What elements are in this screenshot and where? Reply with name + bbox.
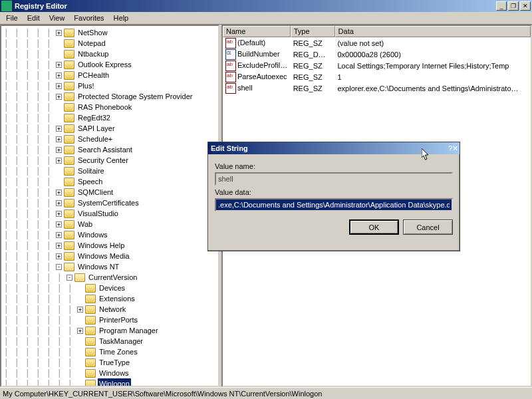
dialog-title-bar[interactable]: Edit String ? ✕ [208,142,460,154]
tree-node[interactable]: │││││+Plus! [1,80,218,91]
expand-icon[interactable]: + [56,72,62,78]
column-header[interactable]: Name [223,26,291,37]
tree-node[interactable]: │││││+SQMClient [1,187,218,198]
menu-view[interactable]: View [45,13,70,23]
dialog-close-button[interactable]: ✕ [452,144,458,153]
tree-node[interactable]: │││││-Windows NT [1,261,218,272]
expand-icon[interactable]: + [56,30,62,36]
tree-node[interactable]: │││││+SystemCertificates [1,198,218,208]
expand-icon[interactable]: + [56,221,62,227]
tree-label: Notepad [76,38,107,49]
tree-label: SQMClient [76,187,114,198]
value-name-field[interactable] [215,172,453,186]
tree-label: Program Manager [98,325,160,336]
tree-label: Security Center [76,155,130,166]
expand-icon[interactable]: + [77,307,83,313]
value-data-field[interactable] [215,198,453,211]
expand-icon[interactable]: - [66,275,72,281]
ok-button[interactable]: OK [349,219,399,235]
list-row[interactable]: shellREG_SZexplorer.exe,C:\Documents and… [223,82,531,94]
folder-icon [85,369,96,378]
value-data: 0x00000a28 (2600) [334,50,531,59]
cancel-button[interactable]: Cancel [403,219,453,235]
tree-node[interactable]: │││││Ntbackup [1,49,218,59]
tree-node[interactable]: │││││RAS Phonebook [1,102,218,112]
tree-label: Network [98,304,127,315]
tree-node[interactable]: │││││Notepad [1,38,218,49]
expand-icon[interactable]: + [56,200,62,206]
expand-icon[interactable]: + [77,328,83,334]
expand-icon[interactable]: + [56,232,62,238]
tree-node[interactable]: │││││+VisualStudio [1,208,218,219]
list-row[interactable]: ExcludeProfileDirsREG_SZLocal Settings;T… [223,60,531,71]
expand-icon[interactable]: + [56,158,62,164]
tree-node[interactable]: │││││Speech [1,176,218,187]
tree-node[interactable]: │││││+PCHealth [1,70,218,80]
tree-label: Devices [98,283,126,293]
tree-panel[interactable]: │││││+NetShow│││││Notepad│││││Ntbackup││… [0,25,219,387]
tree-node[interactable]: │││││││Extensions [1,293,218,304]
menu-edit[interactable]: Edit [23,13,45,23]
tree-label: TaskManager [98,336,144,346]
tree-node[interactable]: │││││││TrueType [1,357,218,368]
minimize-button[interactable]: _ [496,1,507,11]
dialog-body: Value name: Value data: OK Cancel [208,154,460,241]
tree-node[interactable]: │││││││TaskManager [1,336,218,346]
tree-node[interactable]: ││││││-CurrentVersion [1,272,218,283]
column-header[interactable]: Data [335,26,531,37]
tree-node[interactable]: │││││+Search Assistant [1,144,218,155]
tree-node[interactable]: │││││+Protected Storage System Provider [1,91,218,102]
title-bar[interactable]: Registry Editor _ ❐ ✕ [0,0,532,12]
list-row[interactable]: (Default)REG_SZ(value not set) [223,37,531,49]
value-type: REG_SZ [291,84,335,93]
tree-label: Windows [76,229,109,240]
expand-icon[interactable]: + [56,253,62,259]
tree-node[interactable]: │││││+Schedule+ [1,134,218,144]
folder-icon [64,39,74,48]
tree-node[interactable]: │││││+Windows Media [1,251,218,261]
tree-node[interactable]: │││││││Windows [1,368,218,378]
expand-icon[interactable]: + [56,243,62,249]
window-title: Registry Editor [15,2,495,10]
menu-file[interactable]: File [1,13,23,23]
value-data-label: Value data: [215,188,453,196]
expand-icon[interactable]: + [56,94,62,100]
folder-icon [64,178,74,186]
tree-node[interactable]: │││││+SAPI Layer [1,123,218,134]
close-button[interactable]: ✕ [520,1,531,11]
tree-node[interactable]: │││││+Outlook Express [1,59,218,70]
expand-icon[interactable]: + [56,211,62,217]
tree-node[interactable]: │││││││Time Zones [1,346,218,357]
value-name: (Default) [237,38,265,46]
expand-icon[interactable]: + [56,190,62,196]
tree-node[interactable]: │││││Solitaire [1,166,218,176]
list-row[interactable]: ParseAutoexecREG_SZ1 [223,71,531,82]
expand-icon[interactable]: + [56,147,62,153]
tree-node[interactable]: │││││││Devices [1,283,218,293]
tree-node[interactable]: │││││+Windows [1,229,218,240]
maximize-button[interactable]: ❐ [508,1,519,11]
column-header[interactable]: Type [291,26,335,37]
tree-node[interactable]: │││││││PrinterPorts [1,315,218,325]
expand-icon[interactable]: - [56,264,62,270]
tree-node[interactable]: │││││+NetShow [1,27,218,38]
tree-label: Schedule+ [76,134,114,144]
menu-help[interactable]: Help [109,13,134,23]
tree-node[interactable]: │││││RegEdt32 [1,112,218,123]
list-row[interactable]: BuildNumberREG_DWO…0x00000a28 (2600) [223,49,531,60]
tree-node[interactable]: │││││││+Network [1,304,218,315]
tree-node[interactable]: │││││││Winlogon [1,378,218,387]
menu-favorites[interactable]: Favorites [69,13,108,23]
tree-node[interactable]: │││││+Security Center [1,155,218,166]
value-name: ExcludeProfileDirs [237,61,291,68]
menu-bar: File Edit View Favorites Help [0,12,532,25]
expand-icon[interactable]: + [56,83,62,89]
folder-icon [64,61,74,69]
tree-node[interactable]: │││││││+Program Manager [1,325,218,336]
expand-icon[interactable]: + [56,62,62,68]
expand-icon[interactable]: + [56,136,62,142]
tree-node[interactable]: │││││+Windows Help [1,240,218,251]
tree-node[interactable]: │││││+Wab [1,219,218,229]
expand-icon[interactable]: + [56,126,62,132]
tree-label: SystemCertificates [76,198,140,208]
